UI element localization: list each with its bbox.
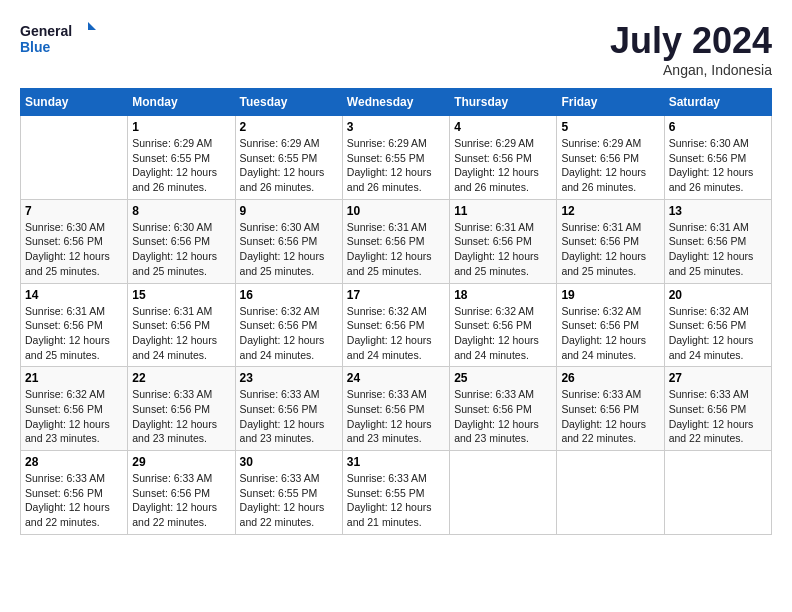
day-info: Sunrise: 6:30 AM Sunset: 6:56 PM Dayligh… <box>25 220 123 279</box>
calendar-cell <box>664 451 771 535</box>
day-info: Sunrise: 6:33 AM Sunset: 6:56 PM Dayligh… <box>132 387 230 446</box>
day-info: Sunrise: 6:32 AM Sunset: 6:56 PM Dayligh… <box>240 304 338 363</box>
day-header-thursday: Thursday <box>450 89 557 116</box>
day-number: 26 <box>561 371 659 385</box>
day-number: 21 <box>25 371 123 385</box>
day-info: Sunrise: 6:33 AM Sunset: 6:56 PM Dayligh… <box>132 471 230 530</box>
day-number: 7 <box>25 204 123 218</box>
day-header-sunday: Sunday <box>21 89 128 116</box>
calendar-cell: 21Sunrise: 6:32 AM Sunset: 6:56 PM Dayli… <box>21 367 128 451</box>
day-number: 11 <box>454 204 552 218</box>
month-title: July 2024 <box>610 20 772 62</box>
calendar-cell <box>450 451 557 535</box>
calendar-cell: 13Sunrise: 6:31 AM Sunset: 6:56 PM Dayli… <box>664 199 771 283</box>
day-info: Sunrise: 6:30 AM Sunset: 6:56 PM Dayligh… <box>669 136 767 195</box>
calendar-cell: 5Sunrise: 6:29 AM Sunset: 6:56 PM Daylig… <box>557 116 664 200</box>
day-number: 19 <box>561 288 659 302</box>
day-info: Sunrise: 6:33 AM Sunset: 6:56 PM Dayligh… <box>25 471 123 530</box>
calendar-cell: 24Sunrise: 6:33 AM Sunset: 6:56 PM Dayli… <box>342 367 449 451</box>
title-block: July 2024 Angan, Indonesia <box>610 20 772 78</box>
day-header-monday: Monday <box>128 89 235 116</box>
day-number: 1 <box>132 120 230 134</box>
day-info: Sunrise: 6:33 AM Sunset: 6:56 PM Dayligh… <box>561 387 659 446</box>
day-number: 28 <box>25 455 123 469</box>
calendar-cell: 19Sunrise: 6:32 AM Sunset: 6:56 PM Dayli… <box>557 283 664 367</box>
day-number: 12 <box>561 204 659 218</box>
calendar-cell: 14Sunrise: 6:31 AM Sunset: 6:56 PM Dayli… <box>21 283 128 367</box>
calendar-cell: 28Sunrise: 6:33 AM Sunset: 6:56 PM Dayli… <box>21 451 128 535</box>
calendar-cell: 2Sunrise: 6:29 AM Sunset: 6:55 PM Daylig… <box>235 116 342 200</box>
calendar-cell: 6Sunrise: 6:30 AM Sunset: 6:56 PM Daylig… <box>664 116 771 200</box>
day-number: 14 <box>25 288 123 302</box>
day-info: Sunrise: 6:32 AM Sunset: 6:56 PM Dayligh… <box>347 304 445 363</box>
calendar-cell: 22Sunrise: 6:33 AM Sunset: 6:56 PM Dayli… <box>128 367 235 451</box>
day-info: Sunrise: 6:32 AM Sunset: 6:56 PM Dayligh… <box>561 304 659 363</box>
day-number: 16 <box>240 288 338 302</box>
day-header-friday: Friday <box>557 89 664 116</box>
day-number: 25 <box>454 371 552 385</box>
day-info: Sunrise: 6:29 AM Sunset: 6:55 PM Dayligh… <box>347 136 445 195</box>
day-number: 18 <box>454 288 552 302</box>
calendar-table: SundayMondayTuesdayWednesdayThursdayFrid… <box>20 88 772 535</box>
day-number: 27 <box>669 371 767 385</box>
day-header-saturday: Saturday <box>664 89 771 116</box>
calendar-header-row: SundayMondayTuesdayWednesdayThursdayFrid… <box>21 89 772 116</box>
day-number: 20 <box>669 288 767 302</box>
day-info: Sunrise: 6:29 AM Sunset: 6:55 PM Dayligh… <box>240 136 338 195</box>
calendar-cell: 27Sunrise: 6:33 AM Sunset: 6:56 PM Dayli… <box>664 367 771 451</box>
location: Angan, Indonesia <box>610 62 772 78</box>
calendar-week-row: 21Sunrise: 6:32 AM Sunset: 6:56 PM Dayli… <box>21 367 772 451</box>
calendar-cell: 25Sunrise: 6:33 AM Sunset: 6:56 PM Dayli… <box>450 367 557 451</box>
day-info: Sunrise: 6:33 AM Sunset: 6:55 PM Dayligh… <box>347 471 445 530</box>
day-number: 2 <box>240 120 338 134</box>
calendar-cell: 20Sunrise: 6:32 AM Sunset: 6:56 PM Dayli… <box>664 283 771 367</box>
calendar-cell: 17Sunrise: 6:32 AM Sunset: 6:56 PM Dayli… <box>342 283 449 367</box>
calendar-cell: 29Sunrise: 6:33 AM Sunset: 6:56 PM Dayli… <box>128 451 235 535</box>
calendar-cell: 26Sunrise: 6:33 AM Sunset: 6:56 PM Dayli… <box>557 367 664 451</box>
calendar-cell: 16Sunrise: 6:32 AM Sunset: 6:56 PM Dayli… <box>235 283 342 367</box>
day-info: Sunrise: 6:33 AM Sunset: 6:56 PM Dayligh… <box>347 387 445 446</box>
day-info: Sunrise: 6:29 AM Sunset: 6:56 PM Dayligh… <box>561 136 659 195</box>
day-info: Sunrise: 6:33 AM Sunset: 6:56 PM Dayligh… <box>669 387 767 446</box>
calendar-body: 1Sunrise: 6:29 AM Sunset: 6:55 PM Daylig… <box>21 116 772 535</box>
calendar-cell: 31Sunrise: 6:33 AM Sunset: 6:55 PM Dayli… <box>342 451 449 535</box>
day-number: 8 <box>132 204 230 218</box>
day-info: Sunrise: 6:31 AM Sunset: 6:56 PM Dayligh… <box>454 220 552 279</box>
day-info: Sunrise: 6:32 AM Sunset: 6:56 PM Dayligh… <box>454 304 552 363</box>
day-info: Sunrise: 6:33 AM Sunset: 6:55 PM Dayligh… <box>240 471 338 530</box>
calendar-week-row: 14Sunrise: 6:31 AM Sunset: 6:56 PM Dayli… <box>21 283 772 367</box>
svg-text:Blue: Blue <box>20 39 51 55</box>
day-info: Sunrise: 6:31 AM Sunset: 6:56 PM Dayligh… <box>25 304 123 363</box>
day-header-tuesday: Tuesday <box>235 89 342 116</box>
day-header-wednesday: Wednesday <box>342 89 449 116</box>
day-number: 15 <box>132 288 230 302</box>
svg-marker-1 <box>88 22 96 30</box>
calendar-cell: 9Sunrise: 6:30 AM Sunset: 6:56 PM Daylig… <box>235 199 342 283</box>
day-info: Sunrise: 6:31 AM Sunset: 6:56 PM Dayligh… <box>347 220 445 279</box>
day-number: 13 <box>669 204 767 218</box>
day-number: 5 <box>561 120 659 134</box>
day-info: Sunrise: 6:29 AM Sunset: 6:55 PM Dayligh… <box>132 136 230 195</box>
day-number: 6 <box>669 120 767 134</box>
calendar-cell <box>557 451 664 535</box>
calendar-week-row: 28Sunrise: 6:33 AM Sunset: 6:56 PM Dayli… <box>21 451 772 535</box>
calendar-cell: 7Sunrise: 6:30 AM Sunset: 6:56 PM Daylig… <box>21 199 128 283</box>
day-info: Sunrise: 6:30 AM Sunset: 6:56 PM Dayligh… <box>240 220 338 279</box>
day-number: 22 <box>132 371 230 385</box>
day-info: Sunrise: 6:33 AM Sunset: 6:56 PM Dayligh… <box>240 387 338 446</box>
day-number: 29 <box>132 455 230 469</box>
day-number: 24 <box>347 371 445 385</box>
day-info: Sunrise: 6:32 AM Sunset: 6:56 PM Dayligh… <box>669 304 767 363</box>
logo-icon: General Blue <box>20 20 100 58</box>
calendar-cell: 15Sunrise: 6:31 AM Sunset: 6:56 PM Dayli… <box>128 283 235 367</box>
day-info: Sunrise: 6:33 AM Sunset: 6:56 PM Dayligh… <box>454 387 552 446</box>
day-number: 9 <box>240 204 338 218</box>
day-number: 30 <box>240 455 338 469</box>
calendar-cell: 1Sunrise: 6:29 AM Sunset: 6:55 PM Daylig… <box>128 116 235 200</box>
page-header: General Blue July 2024 Angan, Indonesia <box>20 20 772 78</box>
calendar-week-row: 1Sunrise: 6:29 AM Sunset: 6:55 PM Daylig… <box>21 116 772 200</box>
day-info: Sunrise: 6:32 AM Sunset: 6:56 PM Dayligh… <box>25 387 123 446</box>
calendar-cell: 10Sunrise: 6:31 AM Sunset: 6:56 PM Dayli… <box>342 199 449 283</box>
day-info: Sunrise: 6:31 AM Sunset: 6:56 PM Dayligh… <box>669 220 767 279</box>
calendar-week-row: 7Sunrise: 6:30 AM Sunset: 6:56 PM Daylig… <box>21 199 772 283</box>
